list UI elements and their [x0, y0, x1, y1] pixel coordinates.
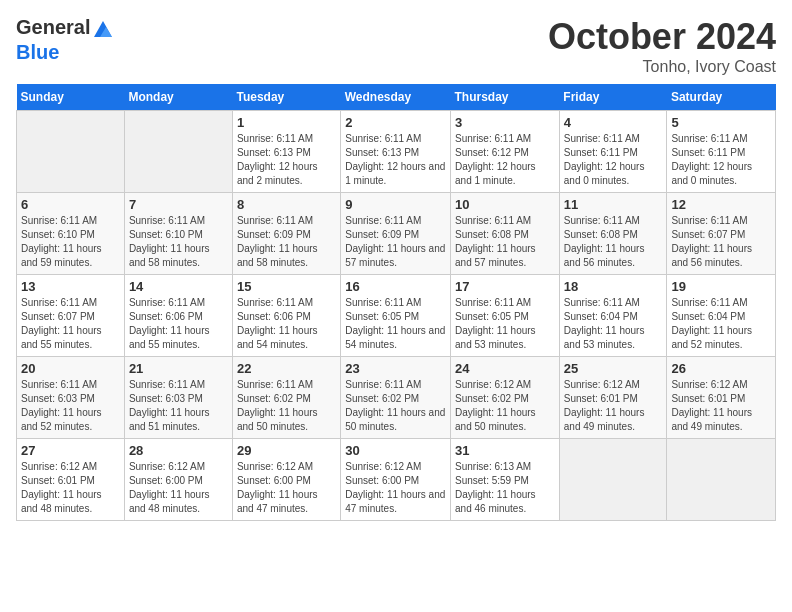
calendar-cell: 12Sunrise: 6:11 AMSunset: 6:07 PMDayligh… [667, 193, 776, 275]
month-title: October 2024 [548, 16, 776, 58]
day-info: Sunrise: 6:11 AMSunset: 6:11 PMDaylight:… [671, 132, 771, 188]
day-info: Sunrise: 6:11 AMSunset: 6:04 PMDaylight:… [564, 296, 663, 352]
calendar-day-header: Wednesday [341, 84, 451, 111]
calendar-day-header: Sunday [17, 84, 125, 111]
day-number: 25 [564, 361, 663, 376]
day-number: 13 [21, 279, 120, 294]
day-info: Sunrise: 6:12 AMSunset: 6:00 PMDaylight:… [129, 460, 228, 516]
calendar-cell: 14Sunrise: 6:11 AMSunset: 6:06 PMDayligh… [124, 275, 232, 357]
day-info: Sunrise: 6:12 AMSunset: 6:01 PMDaylight:… [671, 378, 771, 434]
day-number: 21 [129, 361, 228, 376]
calendar-week-row: 27Sunrise: 6:12 AMSunset: 6:01 PMDayligh… [17, 439, 776, 521]
day-number: 6 [21, 197, 120, 212]
calendar-cell: 29Sunrise: 6:12 AMSunset: 6:00 PMDayligh… [232, 439, 340, 521]
calendar-day-header: Tuesday [232, 84, 340, 111]
day-number: 17 [455, 279, 555, 294]
calendar-cell: 31Sunrise: 6:13 AMSunset: 5:59 PMDayligh… [451, 439, 560, 521]
logo-icon [92, 19, 114, 41]
day-number: 22 [237, 361, 336, 376]
day-number: 4 [564, 115, 663, 130]
calendar-cell: 7Sunrise: 6:11 AMSunset: 6:10 PMDaylight… [124, 193, 232, 275]
day-info: Sunrise: 6:11 AMSunset: 6:04 PMDaylight:… [671, 296, 771, 352]
day-number: 7 [129, 197, 228, 212]
day-number: 12 [671, 197, 771, 212]
day-number: 18 [564, 279, 663, 294]
day-number: 19 [671, 279, 771, 294]
day-number: 30 [345, 443, 446, 458]
calendar-cell: 15Sunrise: 6:11 AMSunset: 6:06 PMDayligh… [232, 275, 340, 357]
day-number: 20 [21, 361, 120, 376]
calendar-header-row: SundayMondayTuesdayWednesdayThursdayFrid… [17, 84, 776, 111]
day-info: Sunrise: 6:11 AMSunset: 6:02 PMDaylight:… [345, 378, 446, 434]
day-number: 16 [345, 279, 446, 294]
day-info: Sunrise: 6:11 AMSunset: 6:09 PMDaylight:… [237, 214, 336, 270]
day-info: Sunrise: 6:12 AMSunset: 6:02 PMDaylight:… [455, 378, 555, 434]
day-number: 24 [455, 361, 555, 376]
calendar-cell: 10Sunrise: 6:11 AMSunset: 6:08 PMDayligh… [451, 193, 560, 275]
calendar-day-header: Saturday [667, 84, 776, 111]
calendar-cell: 20Sunrise: 6:11 AMSunset: 6:03 PMDayligh… [17, 357, 125, 439]
page-header: General Blue October 2024 Tonho, Ivory C… [16, 16, 776, 76]
calendar-cell: 11Sunrise: 6:11 AMSunset: 6:08 PMDayligh… [559, 193, 667, 275]
day-info: Sunrise: 6:11 AMSunset: 6:12 PMDaylight:… [455, 132, 555, 188]
calendar-day-header: Friday [559, 84, 667, 111]
calendar-cell: 6Sunrise: 6:11 AMSunset: 6:10 PMDaylight… [17, 193, 125, 275]
day-info: Sunrise: 6:11 AMSunset: 6:08 PMDaylight:… [564, 214, 663, 270]
day-info: Sunrise: 6:11 AMSunset: 6:13 PMDaylight:… [345, 132, 446, 188]
calendar-cell: 27Sunrise: 6:12 AMSunset: 6:01 PMDayligh… [17, 439, 125, 521]
calendar-table: SundayMondayTuesdayWednesdayThursdayFrid… [16, 84, 776, 521]
day-info: Sunrise: 6:11 AMSunset: 6:03 PMDaylight:… [21, 378, 120, 434]
calendar-day-header: Monday [124, 84, 232, 111]
calendar-cell: 8Sunrise: 6:11 AMSunset: 6:09 PMDaylight… [232, 193, 340, 275]
day-number: 11 [564, 197, 663, 212]
day-info: Sunrise: 6:12 AMSunset: 6:01 PMDaylight:… [21, 460, 120, 516]
day-info: Sunrise: 6:12 AMSunset: 6:01 PMDaylight:… [564, 378, 663, 434]
day-info: Sunrise: 6:12 AMSunset: 6:00 PMDaylight:… [345, 460, 446, 516]
calendar-cell: 16Sunrise: 6:11 AMSunset: 6:05 PMDayligh… [341, 275, 451, 357]
day-info: Sunrise: 6:11 AMSunset: 6:10 PMDaylight:… [129, 214, 228, 270]
day-info: Sunrise: 6:12 AMSunset: 6:00 PMDaylight:… [237, 460, 336, 516]
calendar-cell: 9Sunrise: 6:11 AMSunset: 6:09 PMDaylight… [341, 193, 451, 275]
calendar-cell: 17Sunrise: 6:11 AMSunset: 6:05 PMDayligh… [451, 275, 560, 357]
calendar-cell: 19Sunrise: 6:11 AMSunset: 6:04 PMDayligh… [667, 275, 776, 357]
day-info: Sunrise: 6:11 AMSunset: 6:06 PMDaylight:… [237, 296, 336, 352]
day-info: Sunrise: 6:11 AMSunset: 6:06 PMDaylight:… [129, 296, 228, 352]
calendar-cell [124, 111, 232, 193]
calendar-cell [17, 111, 125, 193]
day-info: Sunrise: 6:13 AMSunset: 5:59 PMDaylight:… [455, 460, 555, 516]
calendar-week-row: 13Sunrise: 6:11 AMSunset: 6:07 PMDayligh… [17, 275, 776, 357]
day-number: 31 [455, 443, 555, 458]
calendar-cell: 24Sunrise: 6:12 AMSunset: 6:02 PMDayligh… [451, 357, 560, 439]
calendar-cell: 21Sunrise: 6:11 AMSunset: 6:03 PMDayligh… [124, 357, 232, 439]
day-number: 27 [21, 443, 120, 458]
day-info: Sunrise: 6:11 AMSunset: 6:07 PMDaylight:… [21, 296, 120, 352]
day-info: Sunrise: 6:11 AMSunset: 6:10 PMDaylight:… [21, 214, 120, 270]
logo-general: General [16, 16, 114, 41]
calendar-cell: 13Sunrise: 6:11 AMSunset: 6:07 PMDayligh… [17, 275, 125, 357]
day-info: Sunrise: 6:11 AMSunset: 6:07 PMDaylight:… [671, 214, 771, 270]
day-number: 14 [129, 279, 228, 294]
calendar-week-row: 1Sunrise: 6:11 AMSunset: 6:13 PMDaylight… [17, 111, 776, 193]
calendar-cell: 4Sunrise: 6:11 AMSunset: 6:11 PMDaylight… [559, 111, 667, 193]
calendar-cell: 23Sunrise: 6:11 AMSunset: 6:02 PMDayligh… [341, 357, 451, 439]
day-number: 23 [345, 361, 446, 376]
calendar-cell: 25Sunrise: 6:12 AMSunset: 6:01 PMDayligh… [559, 357, 667, 439]
calendar-cell: 30Sunrise: 6:12 AMSunset: 6:00 PMDayligh… [341, 439, 451, 521]
calendar-cell [559, 439, 667, 521]
day-number: 9 [345, 197, 446, 212]
calendar-cell: 2Sunrise: 6:11 AMSunset: 6:13 PMDaylight… [341, 111, 451, 193]
day-number: 10 [455, 197, 555, 212]
calendar-cell: 26Sunrise: 6:12 AMSunset: 6:01 PMDayligh… [667, 357, 776, 439]
day-info: Sunrise: 6:11 AMSunset: 6:05 PMDaylight:… [345, 296, 446, 352]
day-number: 2 [345, 115, 446, 130]
location: Tonho, Ivory Coast [548, 58, 776, 76]
day-info: Sunrise: 6:11 AMSunset: 6:11 PMDaylight:… [564, 132, 663, 188]
calendar-cell: 22Sunrise: 6:11 AMSunset: 6:02 PMDayligh… [232, 357, 340, 439]
calendar-cell: 5Sunrise: 6:11 AMSunset: 6:11 PMDaylight… [667, 111, 776, 193]
day-info: Sunrise: 6:11 AMSunset: 6:05 PMDaylight:… [455, 296, 555, 352]
day-number: 1 [237, 115, 336, 130]
day-number: 28 [129, 443, 228, 458]
calendar-day-header: Thursday [451, 84, 560, 111]
calendar-cell: 18Sunrise: 6:11 AMSunset: 6:04 PMDayligh… [559, 275, 667, 357]
calendar-cell: 28Sunrise: 6:12 AMSunset: 6:00 PMDayligh… [124, 439, 232, 521]
